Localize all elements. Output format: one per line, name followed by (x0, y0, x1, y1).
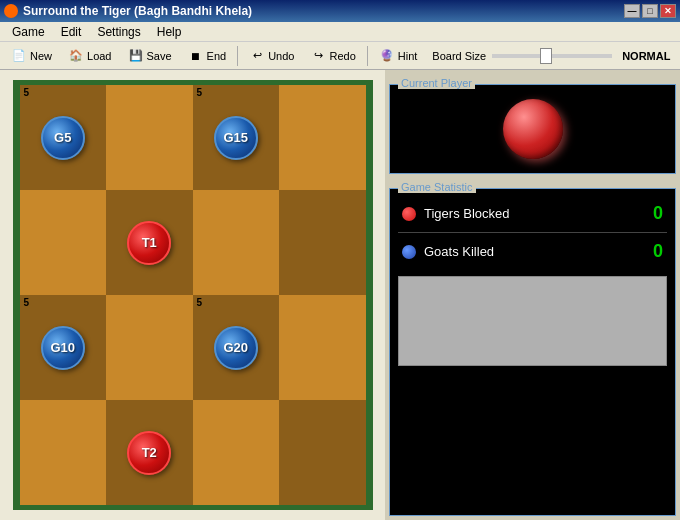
close-button[interactable]: ✕ (660, 4, 676, 18)
board-area: 5G55G15T15G105G20T2 (0, 70, 385, 520)
piece-g5[interactable]: G5 (41, 116, 85, 160)
board-size-label: Board Size (432, 50, 486, 62)
board-cell-2-3[interactable] (193, 190, 280, 295)
piece-t1[interactable]: T1 (127, 221, 171, 265)
new-label: New (30, 50, 52, 62)
load-icon: 🏠 (68, 48, 84, 64)
menu-help[interactable]: Help (149, 23, 190, 41)
save-icon: 💾 (128, 48, 144, 64)
board-cell-3-1[interactable]: 5G10 (20, 295, 107, 400)
redo-button[interactable]: ↪ Redo (303, 45, 362, 67)
separator-2 (367, 46, 368, 66)
board-cell-4-1[interactable] (20, 400, 107, 505)
board-cell-1-1[interactable]: 5G5 (20, 85, 107, 190)
stat-divider-1 (398, 232, 667, 233)
end-label: End (207, 50, 227, 62)
undo-icon: ↩ (249, 48, 265, 64)
board-cell-1-3[interactable]: 5G15 (193, 85, 280, 190)
stats-inner: Tigers Blocked 0 Goats Killed 0 (398, 197, 667, 507)
menu-edit[interactable]: Edit (53, 23, 90, 41)
piece-num-G20: 5 (197, 297, 203, 308)
separator-1 (237, 46, 238, 66)
goats-killed-value: 0 (633, 241, 663, 262)
tigers-blocked-value: 0 (633, 203, 663, 224)
board-cell-1-4[interactable] (279, 85, 366, 190)
window-controls[interactable]: — □ ✕ (624, 4, 676, 18)
player-ball (503, 99, 563, 159)
minimize-button[interactable]: — (624, 4, 640, 18)
new-icon: 📄 (11, 48, 27, 64)
piece-num-G15: 5 (197, 87, 203, 98)
log-area (398, 276, 667, 366)
current-player-display (394, 89, 671, 169)
end-icon: ⏹ (188, 48, 204, 64)
undo-label: Undo (268, 50, 294, 62)
goats-killed-label: Goats Killed (424, 244, 633, 259)
redo-icon: ↪ (310, 48, 326, 64)
hint-icon: 🔮 (379, 48, 395, 64)
hint-button[interactable]: 🔮 Hint (372, 45, 425, 67)
game-board[interactable]: 5G55G15T15G105G20T2 (20, 85, 366, 505)
right-panel: Current Player Game Statistic Tigers Blo… (385, 70, 680, 520)
piece-t2[interactable]: T2 (127, 431, 171, 475)
maximize-button[interactable]: □ (642, 4, 658, 18)
board-cell-3-2[interactable] (106, 295, 193, 400)
board-cell-4-2[interactable]: T2 (106, 400, 193, 505)
save-button[interactable]: 💾 Save (121, 45, 179, 67)
toolbar: 📄 New 🏠 Load 💾 Save ⏹ End ↩ Undo ↪ Redo … (0, 42, 680, 70)
board-cell-2-1[interactable] (20, 190, 107, 295)
redo-label: Redo (329, 50, 355, 62)
board-outer: 5G55G15T15G105G20T2 (13, 80, 373, 510)
stats-label: Game Statistic (398, 181, 476, 193)
tigers-indicator (402, 207, 416, 221)
piece-g20[interactable]: G20 (214, 326, 258, 370)
main-content: 5G55G15T15G105G20T2 Current Player Game … (0, 70, 680, 520)
menu-bar: Game Edit Settings Help (0, 22, 680, 42)
load-button[interactable]: 🏠 Load (61, 45, 118, 67)
normal-label: NORMAL (622, 50, 670, 62)
goats-killed-row: Goats Killed 0 (398, 235, 667, 268)
window-title: Surround the Tiger (Bagh Bandhi Khela) (23, 4, 624, 18)
board-cell-3-3[interactable]: 5G20 (193, 295, 280, 400)
goats-indicator (402, 245, 416, 259)
load-label: Load (87, 50, 111, 62)
app-icon (4, 4, 18, 18)
menu-game[interactable]: Game (4, 23, 53, 41)
current-player-label: Current Player (398, 77, 475, 89)
board-cell-1-2[interactable] (106, 85, 193, 190)
piece-g10[interactable]: G10 (41, 326, 85, 370)
board-cell-3-4[interactable] (279, 295, 366, 400)
new-button[interactable]: 📄 New (4, 45, 59, 67)
board-cell-2-4[interactable] (279, 190, 366, 295)
current-player-box: Current Player (389, 84, 676, 174)
tigers-blocked-label: Tigers Blocked (424, 206, 633, 221)
save-label: Save (147, 50, 172, 62)
menu-settings[interactable]: Settings (89, 23, 148, 41)
end-button[interactable]: ⏹ End (181, 45, 234, 67)
piece-num-G5: 5 (24, 87, 30, 98)
undo-button[interactable]: ↩ Undo (242, 45, 301, 67)
stats-box: Game Statistic Tigers Blocked 0 Goats Ki… (389, 188, 676, 516)
hint-label: Hint (398, 50, 418, 62)
board-cell-4-4[interactable] (279, 400, 366, 505)
tigers-blocked-row: Tigers Blocked 0 (398, 197, 667, 230)
board-size-slider[interactable] (492, 54, 612, 58)
title-bar: Surround the Tiger (Bagh Bandhi Khela) —… (0, 0, 680, 22)
board-cell-2-2[interactable]: T1 (106, 190, 193, 295)
board-cell-4-3[interactable] (193, 400, 280, 505)
piece-num-G10: 5 (24, 297, 30, 308)
piece-g15[interactable]: G15 (214, 116, 258, 160)
